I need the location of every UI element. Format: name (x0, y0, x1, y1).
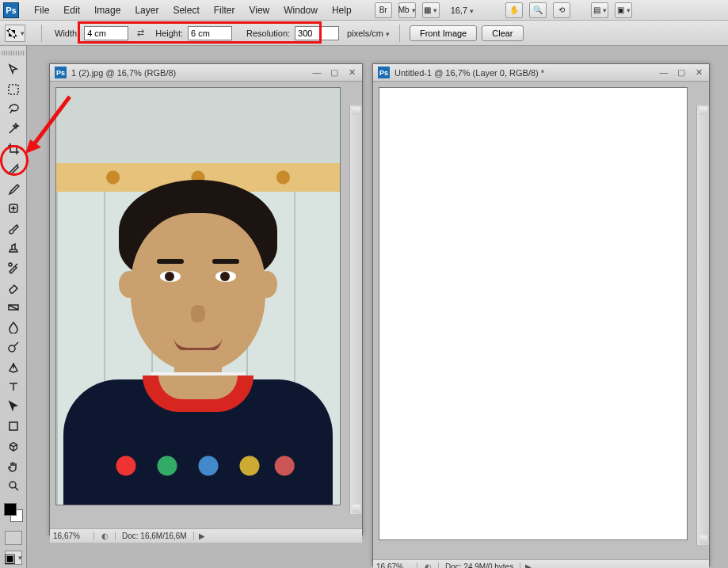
magic-wand-tool[interactable] (4, 120, 23, 138)
menu-view[interactable]: View (242, 5, 276, 16)
width-label: Width: (55, 29, 79, 38)
brush-tool[interactable] (4, 219, 23, 237)
tools-panel: ▣ (0, 46, 27, 568)
rotate-view-icon[interactable]: ⟲ (553, 2, 570, 18)
options-bar: Width: ⇄ Height: Resolution: pixels/cm F… (0, 21, 728, 46)
arrange-documents-button[interactable]: ▤ (591, 2, 608, 18)
resolution-label: Resolution: (246, 29, 290, 38)
separator (41, 25, 42, 42)
status-zoom[interactable]: 16,67% (376, 562, 417, 568)
foreground-color-swatch[interactable] (4, 503, 17, 516)
eyedropper-tool[interactable] (4, 180, 23, 197)
gradient-tool[interactable] (4, 299, 23, 316)
document-window-1: Ps 1 (2).jpg @ 16,7% (RGB/8) — ▢ ✕ (49, 63, 363, 536)
clear-button[interactable]: Clear (482, 25, 523, 41)
clone-stamp-tool[interactable] (4, 239, 23, 257)
status-docinfo[interactable]: Doc: 24,9M/0 bytes (438, 562, 520, 568)
document-titlebar[interactable]: Ps Untitled-1 @ 16,7% (Layer 0, RGB/8) *… (373, 64, 709, 82)
document-title: Untitled-1 @ 16,7% (Layer 0, RGB/8) * (394, 68, 658, 78)
documents-area: Ps 1 (2).jpg @ 16,7% (RGB/8) — ▢ ✕ (27, 46, 728, 568)
close-icon[interactable]: ✕ (346, 67, 357, 78)
maximize-icon[interactable]: ▢ (676, 67, 687, 78)
document-statusbar: 16,67% ◐ Doc: 24,9M/0 bytes ▶ (373, 559, 709, 568)
lasso-tool[interactable] (4, 101, 23, 118)
workspace: ▣ Ps 1 (2).jpg @ 16,7% (RGB/8) — ▢ ✕ (0, 46, 728, 568)
vertical-scrollbar[interactable] (696, 105, 709, 545)
document-ps-icon: Ps (378, 67, 390, 78)
status-menu-arrow-icon[interactable]: ▶ (525, 562, 532, 568)
menu-select[interactable]: Select (166, 5, 206, 16)
separator (399, 25, 400, 42)
path-selection-tool[interactable] (4, 398, 23, 415)
svg-point-4 (9, 345, 15, 352)
marquee-tool[interactable] (4, 81, 23, 98)
menu-file[interactable]: File (27, 5, 56, 16)
3d-tool[interactable] (4, 437, 23, 455)
crop-tool[interactable] (4, 140, 23, 158)
crop-width-input[interactable] (84, 26, 128, 40)
minimize-icon[interactable]: — (311, 67, 322, 78)
document-canvas[interactable] (373, 88, 709, 559)
menu-layer[interactable]: Layer (128, 5, 166, 16)
document-statusbar: 16,67% ◐ Doc: 16,6M/16,6M ▶ (50, 528, 362, 543)
status-docinfo[interactable]: Doc: 16,6M/16,6M (115, 532, 194, 540)
status-zoom[interactable]: 16,67% (53, 532, 94, 540)
active-tool-crop-icon[interactable] (5, 25, 25, 42)
svg-point-6 (10, 482, 16, 488)
panel-grip-icon[interactable] (2, 51, 25, 55)
resolution-units-select[interactable]: pixels/cm (347, 29, 390, 38)
menu-edit[interactable]: Edit (56, 5, 87, 16)
document-image-blank (379, 88, 687, 539)
close-icon[interactable]: ✕ (693, 67, 704, 78)
vertical-scrollbar[interactable] (349, 105, 362, 514)
screen-mode-toggle[interactable]: ▣ (5, 551, 22, 565)
minibridge-button[interactable]: Mb (398, 2, 416, 18)
status-menu-arrow-icon[interactable]: ▶ (199, 532, 205, 540)
hand-scrub-icon[interactable]: ✋ (505, 2, 523, 18)
hand-tool[interactable] (4, 457, 23, 475)
svg-rect-0 (9, 85, 18, 94)
bridge-button[interactable]: Br (375, 2, 392, 18)
front-image-button[interactable]: Front Image (410, 25, 477, 41)
status-progress-icon: ◐ (99, 532, 110, 540)
document-ps-icon: Ps (55, 67, 67, 78)
screen-mode-button[interactable]: ▣ (615, 2, 632, 18)
crop-height-input[interactable] (188, 26, 232, 40)
menu-image[interactable]: Image (87, 5, 128, 16)
quick-mask-toggle[interactable] (5, 531, 22, 545)
document-titlebar[interactable]: Ps 1 (2).jpg @ 16,7% (RGB/8) — ▢ ✕ (50, 64, 362, 82)
type-tool[interactable] (4, 378, 23, 395)
menu-window[interactable]: Window (276, 5, 325, 16)
menu-bar: Ps File Edit Image Layer Select Filter V… (0, 0, 728, 21)
blur-tool[interactable] (4, 318, 23, 336)
document-title: 1 (2).jpg @ 16,7% (RGB/8) (71, 68, 311, 78)
status-progress-icon: ◐ (422, 562, 433, 568)
crop-resolution-input[interactable] (295, 26, 339, 40)
height-label: Height: (155, 29, 183, 38)
view-extras-button[interactable]: ▦ (422, 2, 440, 18)
maximize-icon[interactable]: ▢ (329, 67, 340, 78)
dodge-tool[interactable] (4, 338, 23, 356)
zoom-level-field[interactable]: 16,7 (446, 5, 478, 16)
color-swatches[interactable] (2, 501, 25, 524)
svg-point-2 (9, 263, 12, 266)
document-canvas[interactable] (50, 88, 362, 528)
zoom-tool[interactable] (4, 477, 23, 494)
move-tool[interactable] (4, 61, 23, 78)
document-window-2: Ps Untitled-1 @ 16,7% (Layer 0, RGB/8) *… (372, 63, 710, 566)
eraser-tool[interactable] (4, 279, 23, 296)
pen-tool[interactable] (4, 358, 23, 375)
svg-rect-5 (10, 422, 17, 430)
photoshop-logo-icon: Ps (3, 2, 19, 18)
shape-tool[interactable] (4, 417, 23, 435)
swap-width-height-icon[interactable]: ⇄ (133, 28, 147, 38)
document-image (56, 88, 340, 505)
zoom-tool-icon[interactable]: 🔍 (529, 2, 547, 18)
menu-filter[interactable]: Filter (207, 5, 242, 16)
slice-tool[interactable] (4, 160, 23, 177)
minimize-icon[interactable]: — (658, 67, 669, 78)
history-brush-tool[interactable] (4, 259, 23, 276)
menu-help[interactable]: Help (325, 5, 359, 16)
spot-heal-tool[interactable] (4, 200, 23, 217)
